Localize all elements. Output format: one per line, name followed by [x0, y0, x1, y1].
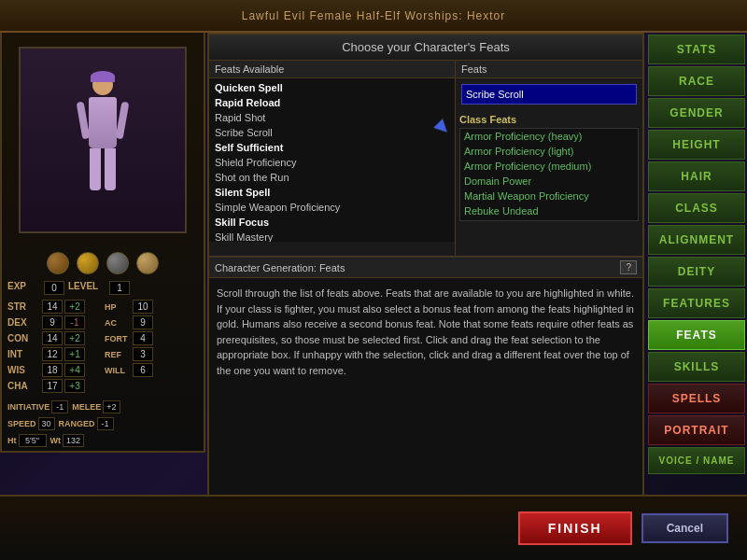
character-panel: EXP 0 LEVEL 1 STR 14 +2 DEX 9 -1 CON 14 …	[0, 33, 205, 453]
orb-3	[106, 252, 129, 274]
char-hair	[91, 71, 115, 82]
feat-item[interactable]: Rapid Reload	[211, 95, 453, 110]
feat-item[interactable]: Rapid Shot	[211, 110, 453, 125]
selected-feat-box[interactable]: Scribe Scroll	[461, 84, 637, 105]
feat-item[interactable]: Simple Weapon Proficiency	[211, 200, 453, 215]
feat-item[interactable]: Shield Proficiency	[211, 155, 453, 170]
feats-selected-panel: Feats Scribe Scroll ▶ Class Feats Armor …	[456, 61, 642, 256]
speed-stat: SPEED 30	[7, 417, 55, 430]
class-feat-item[interactable]: Rebuke Undead	[460, 203, 638, 218]
melee-value: +2	[103, 400, 120, 413]
char-arm-left	[77, 102, 91, 140]
portrait-button[interactable]: PORTRAIT	[648, 415, 745, 445]
weight-value: 132	[63, 434, 84, 447]
weight-label: Wt	[50, 436, 62, 445]
ref-label: REF	[105, 350, 131, 359]
ranged-stat: RANGED -1	[59, 417, 114, 430]
wis-label: WIS	[7, 365, 40, 375]
hair-button[interactable]: HAIR	[648, 161, 745, 191]
bottom-area: FINISH Cancel	[0, 495, 747, 560]
class-feat-item[interactable]: Armor Proficiency (medium)	[460, 159, 638, 174]
class-feats-list[interactable]: Armor Proficiency (heavy)Armor Proficien…	[459, 128, 639, 221]
hp-label: HP	[105, 302, 131, 312]
feat-item[interactable]: Skill Focus	[211, 215, 453, 230]
str-mod: +2	[64, 300, 85, 314]
wis-mod: +4	[64, 363, 85, 377]
feats-area: Feats Available Quicken SpellRapid Reloa…	[209, 61, 642, 257]
class-feat-item[interactable]: Shield Proficiency	[460, 218, 638, 221]
will-row: WILL 6	[105, 363, 198, 377]
feats-available-panel: Feats Available Quicken SpellRapid Reloa…	[209, 61, 456, 256]
cancel-button[interactable]: Cancel	[641, 513, 728, 543]
feat-item[interactable]: Skill Mastery	[211, 230, 453, 242]
feats-button[interactable]: FEATS	[648, 320, 745, 350]
melee-stat: MELEE +2	[72, 400, 120, 413]
alignment-button[interactable]: ALIGNMENT	[648, 225, 745, 255]
dex-value: 9	[42, 315, 63, 329]
class-feat-item[interactable]: Armor Proficiency (heavy)	[460, 129, 638, 144]
feat-item[interactable]: Quicken Spell	[211, 80, 453, 95]
orb-4	[136, 252, 159, 274]
feats-available-list[interactable]: Quicken SpellRapid ReloadRapid ShotScrib…	[209, 78, 455, 242]
feat-item[interactable]: Scribe Scroll	[211, 125, 453, 140]
ranged-label: RANGED	[59, 419, 95, 428]
cha-value: 17	[42, 379, 63, 393]
ac-row: AC 9	[105, 315, 198, 329]
feats-selected-header: Feats	[456, 61, 642, 78]
voice-name-button[interactable]: VOICE / NAME	[648, 447, 745, 474]
main-stats: STR 14 +2 DEX 9 -1 CON 14 +2 INT 12 +1 W…	[2, 300, 204, 395]
class-feats-header: Class Feats	[459, 114, 639, 125]
feat-item[interactable]: Shot on the Run	[211, 170, 453, 185]
finish-button[interactable]: FINISH	[518, 511, 632, 545]
orb-2	[77, 252, 99, 274]
initiative-label: INITIATIVE	[7, 402, 49, 412]
initiative-value: -1	[51, 400, 68, 413]
height-stat: Ht 5'5"	[7, 434, 47, 447]
class-feat-item[interactable]: Martial Weapon Proficiency	[460, 189, 638, 203]
dex-label: DEX	[7, 317, 40, 328]
gender-button[interactable]: GENDER	[648, 98, 745, 128]
cha-label: CHA	[7, 381, 40, 391]
height-value: 5'5"	[19, 434, 47, 447]
character-description: Lawful Evil Female Half-Elf Worships: He…	[242, 9, 506, 22]
ref-value: 3	[133, 347, 153, 361]
stat-orbs	[2, 247, 204, 279]
dex-mod: -1	[64, 315, 85, 329]
int-row: INT 12 +1	[7, 347, 101, 361]
height-label: Ht	[7, 436, 17, 445]
race-button[interactable]: RACE	[648, 66, 745, 96]
feat-item[interactable]: Silent Spell	[211, 185, 453, 200]
info-section: Character Generation: Feats ? Scroll thr…	[209, 257, 642, 519]
con-mod: +2	[64, 331, 85, 345]
char-body	[89, 97, 117, 148]
selected-feat-name: Scribe Scroll	[466, 89, 524, 100]
ac-value: 9	[133, 315, 153, 329]
exp-value: 0	[44, 281, 64, 295]
fort-value: 4	[133, 331, 153, 345]
features-button[interactable]: FEATURES	[648, 288, 745, 318]
str-row: STR 14 +2	[7, 300, 101, 314]
str-value: 14	[42, 300, 63, 314]
info-text: Scroll through the list of feats above. …	[209, 278, 642, 515]
panel-title: Choose your Character's Feats	[342, 40, 510, 54]
info-title: Character Generation: Feats	[215, 262, 345, 273]
skills-button[interactable]: SKILLS	[648, 352, 745, 382]
combat-stats: HP 10 AC 9 FORT 4 REF 3 WILL 6	[105, 300, 198, 395]
deity-button[interactable]: DEITY	[648, 257, 745, 287]
will-label: WILL	[105, 366, 131, 375]
height-button[interactable]: HEIGHT	[648, 130, 745, 160]
exp-label: EXP	[7, 281, 40, 295]
feat-item[interactable]: Self Sufficient	[211, 140, 453, 155]
class-feat-item[interactable]: Armor Proficiency (light)	[460, 144, 638, 159]
stats-button[interactable]: STATS	[648, 35, 745, 64]
help-button[interactable]: ?	[620, 260, 637, 274]
panel-header: Choose your Character's Feats	[209, 35, 642, 61]
class-button[interactable]: CLASS	[648, 193, 745, 223]
spells-button[interactable]: SPELLS	[648, 384, 745, 413]
dex-row: DEX 9 -1	[7, 315, 101, 329]
class-feat-item[interactable]: Domain Power	[460, 174, 638, 189]
hp-row: HP 10	[105, 300, 198, 314]
int-label: INT	[7, 349, 40, 359]
con-row: CON 14 +2	[7, 331, 101, 345]
ranged-value: -1	[97, 417, 114, 430]
